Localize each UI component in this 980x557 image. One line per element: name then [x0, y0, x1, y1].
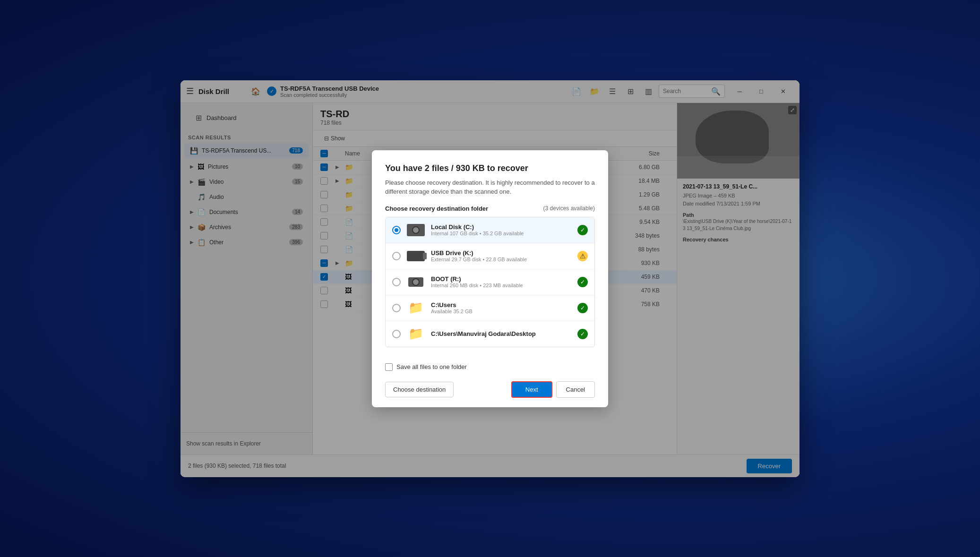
- recovery-destination-modal: You have 2 files / 930 KB to recover Ple…: [372, 150, 608, 407]
- device-r-name: BOOT (R:): [431, 275, 572, 283]
- device-c-meta: Internal 107 GB disk • 35.2 GB available: [431, 231, 572, 236]
- usb-icon: [406, 249, 425, 263]
- radio-desktop[interactable]: [392, 330, 401, 338]
- folder-yellow-icon-2: 📁: [406, 327, 425, 341]
- device-r-meta: Internal 260 MB disk • 223 MB available: [431, 283, 572, 288]
- device-option-r[interactable]: BOOT (R:) Internal 260 MB disk • 223 MB …: [386, 269, 594, 295]
- device-cusers-meta: Available 35.2 GB: [431, 308, 572, 314]
- radio-cusers[interactable]: [392, 304, 401, 312]
- status-ok-icon-3: ✓: [577, 303, 588, 313]
- modal-overlay: You have 2 files / 930 KB to recover Ple…: [181, 80, 799, 477]
- modal-title: You have 2 files / 930 KB to recover: [385, 163, 595, 173]
- device-option-k[interactable]: USB Drive (K:) External 29.7 GB disk • 2…: [386, 243, 594, 269]
- status-warn-icon: ⚠: [577, 251, 588, 261]
- destination-label: Choose recovery destination folder: [385, 205, 488, 212]
- status-ok-icon: ✓: [577, 225, 588, 235]
- choose-destination-button[interactable]: Choose destination: [385, 382, 454, 397]
- radio-k[interactable]: [392, 252, 401, 260]
- device-list: Local Disk (C:) Internal 107 GB disk • 3…: [385, 217, 595, 347]
- save-all-label[interactable]: Save all files to one folder: [396, 363, 467, 370]
- save-all-row: Save all files to one folder: [372, 357, 608, 376]
- app-window: ☰ Disk Drill 🏠 ✓ TS-RDF5A Transcend USB …: [181, 80, 799, 477]
- devices-available: (3 devices available): [543, 205, 595, 212]
- device-option-c[interactable]: Local Disk (C:) Internal 107 GB disk • 3…: [386, 217, 594, 243]
- device-option-desktop[interactable]: 📁 C:\Users\Manuviraj Godara\Desktop ✓: [386, 321, 594, 347]
- device-cusers-name: C:\Users: [431, 301, 572, 308]
- radio-c[interactable]: [392, 226, 401, 234]
- device-k-name: USB Drive (K:): [431, 249, 572, 257]
- status-ok-icon-2: ✓: [577, 277, 588, 287]
- hdd-icon: [406, 223, 425, 237]
- cancel-button[interactable]: Cancel: [556, 381, 595, 398]
- modal-footer: Choose destination Next Cancel: [372, 376, 608, 407]
- status-ok-icon-4: ✓: [577, 329, 588, 339]
- device-desktop-name: C:\Users\Manuviraj Godara\Desktop: [431, 330, 572, 337]
- save-all-checkbox[interactable]: [385, 363, 393, 371]
- next-button[interactable]: Next: [511, 381, 552, 398]
- radio-r[interactable]: [392, 278, 401, 286]
- device-option-cusers[interactable]: 📁 C:\Users Available 35.2 GB ✓: [386, 295, 594, 321]
- device-k-meta: External 29.7 GB disk • 22.8 GB availabl…: [431, 257, 572, 262]
- modal-description: Please choose recovery destination. It i…: [385, 178, 595, 197]
- folder-yellow-icon: 📁: [406, 301, 425, 315]
- boot-hdd-icon: [406, 275, 425, 289]
- device-c-name: Local Disk (C:): [431, 223, 572, 231]
